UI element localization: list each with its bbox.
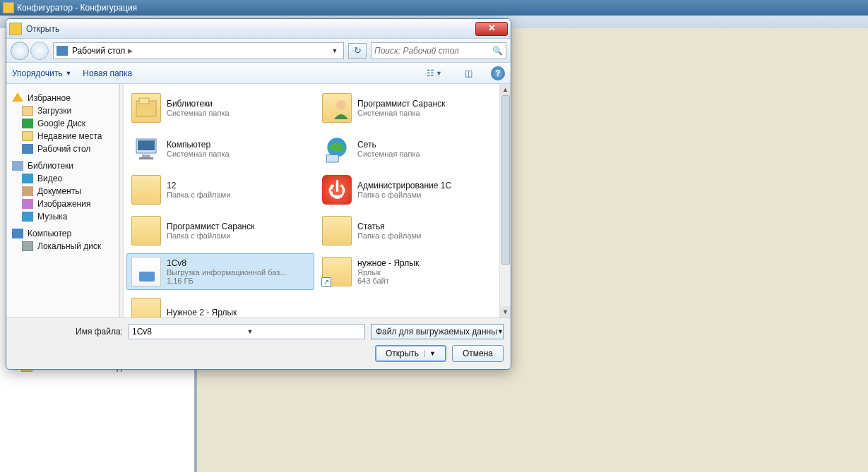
- file-name: Сеть: [357, 140, 420, 150]
- scroll-up-icon[interactable]: ▲: [500, 84, 511, 95]
- scrollbar[interactable]: ▲ ▼: [499, 84, 511, 317]
- svg-rect-6: [139, 157, 153, 159]
- file-item[interactable]: 1Cv8Выгрузка информационной баз...1,16 Г…: [126, 253, 314, 290]
- file-item[interactable]: ⏻Администрирование 1СПапка с файлами: [317, 171, 505, 208]
- svg-point-2: [336, 100, 346, 110]
- file-name: нужное - Ярлык: [357, 258, 419, 268]
- chevron-down-icon: ▼: [65, 70, 71, 77]
- nav-item-gdrive[interactable]: Google Диск: [6, 117, 119, 130]
- file-item[interactable]: ↗Нужное 2 - Ярлык: [126, 294, 314, 317]
- view-mode-button[interactable]: ☷ ▼: [423, 66, 446, 81]
- nav-item-local-disk[interactable]: Локальный диск: [6, 240, 119, 253]
- file-item[interactable]: 12Папка с файлами: [126, 171, 314, 208]
- navigation-pane[interactable]: Избранное Загрузки Google Диск Недавние …: [6, 84, 119, 317]
- file-item[interactable]: БиблиотекиСистемная папка: [126, 90, 314, 126]
- app-icon: [3, 2, 14, 13]
- file-subtitle: Папка с файлами: [167, 190, 230, 199]
- file-subtitle: Выгрузка информационной баз...: [167, 268, 287, 277]
- file-name: Статья: [357, 222, 421, 231]
- app-titlebar: Конфигуратор - Конфигурация: [0, 0, 868, 16]
- file-name: Нужное 2 - Ярлык: [167, 308, 237, 317]
- file-subtitle: Папка с файлами: [357, 190, 451, 199]
- file-subtitle: Ярлык: [357, 268, 419, 277]
- organize-menu[interactable]: Упорядочить ▼: [12, 68, 71, 78]
- nav-item-video[interactable]: Видео: [6, 172, 119, 185]
- filename-label: Имя файла:: [76, 327, 123, 337]
- nav-item-desktop[interactable]: Рабочий стол: [6, 143, 119, 155]
- dialog-footer: Имя файла: 1Cv8 ▼ Файл для выгружаемых д…: [6, 317, 511, 369]
- svg-rect-1: [139, 98, 149, 104]
- nav-item-music[interactable]: Музыка: [6, 210, 119, 223]
- pictures-icon: [22, 199, 33, 209]
- nav-item-recent[interactable]: Недавние места: [6, 130, 119, 143]
- cancel-button[interactable]: Отмена: [452, 345, 504, 362]
- file-item[interactable]: Программист СаранскПапка с файлами: [126, 212, 314, 249]
- forward-button[interactable]: [30, 42, 49, 60]
- chevron-down-icon[interactable]: ▼: [246, 328, 362, 335]
- open-dialog: Открыть ✕ Рабочий стол ▶ ▼ ↻ 🔍 Упорядочи…: [6, 18, 511, 370]
- file-name: Программист Саранск: [167, 222, 254, 231]
- back-button[interactable]: [11, 42, 29, 60]
- nav-item-downloads[interactable]: Загрузки: [6, 104, 119, 117]
- chevron-down-icon: ▼: [497, 328, 504, 335]
- nav-item-pictures[interactable]: Изображения: [6, 198, 119, 210]
- nav-item-documents[interactable]: Документы: [6, 185, 119, 198]
- search-input[interactable]: [374, 46, 492, 56]
- file-item[interactable]: ↗нужное - ЯрлыкЯрлык643 байт: [317, 253, 505, 290]
- scroll-thumb[interactable]: [501, 95, 510, 265]
- file-name: Программист Саранск: [357, 99, 445, 109]
- gdrive-icon: [22, 119, 33, 128]
- desktop-icon: [57, 46, 68, 56]
- address-bar: Рабочий стол ▶ ▼ ↻ 🔍: [6, 39, 511, 63]
- help-button[interactable]: ?: [491, 66, 505, 80]
- close-button[interactable]: ✕: [475, 22, 508, 36]
- file-subtitle: Папка с файлами: [167, 231, 254, 240]
- nav-group-favorites[interactable]: Избранное: [6, 91, 119, 104]
- filetype-select[interactable]: Файл для выгружаемых данны ▼: [371, 324, 504, 339]
- svg-rect-5: [142, 155, 150, 157]
- file-item[interactable]: СтатьяПапка с файлами: [317, 212, 505, 249]
- recent-icon: [22, 131, 33, 141]
- file-subtitle: Системная папка: [357, 109, 445, 117]
- refresh-button[interactable]: ↻: [348, 43, 367, 59]
- folder-icon: [22, 106, 33, 116]
- dialog-title: Открыть: [26, 24, 475, 34]
- file-name: Администрирование 1С: [357, 181, 451, 190]
- nav-group-libraries[interactable]: Библиотеки: [6, 159, 119, 172]
- file-name: 12: [167, 181, 230, 190]
- file-name: Библиотеки: [167, 99, 230, 109]
- preview-pane-button[interactable]: ◫: [457, 66, 480, 81]
- libraries-icon: [12, 161, 23, 171]
- nav-group-computer[interactable]: Компьютер: [6, 227, 119, 240]
- open-button[interactable]: Открыть ▼: [375, 345, 446, 362]
- breadcrumb-path[interactable]: Рабочий стол ▶ ▼: [53, 42, 344, 59]
- file-subtitle: Системная папка: [167, 109, 230, 117]
- file-subtitle: Папка с файлами: [357, 231, 421, 240]
- filename-input[interactable]: 1Cv8 ▼: [129, 324, 365, 339]
- dialog-icon: [9, 23, 22, 35]
- dialog-titlebar[interactable]: Открыть ✕: [6, 19, 511, 39]
- file-name: Компьютер: [167, 140, 230, 150]
- svg-rect-8: [326, 155, 338, 162]
- new-folder-button[interactable]: Новая папка: [83, 68, 132, 78]
- file-list[interactable]: БиблиотекиСистемная папкаПрограммист Сар…: [124, 84, 511, 317]
- breadcrumb-segment[interactable]: Рабочий стол: [72, 46, 125, 56]
- disk-icon: [22, 241, 33, 251]
- file-subtitle2: 1,16 ГБ: [167, 277, 287, 285]
- file-name: 1Cv8: [167, 258, 287, 268]
- chevron-right-icon[interactable]: ▶: [128, 47, 133, 54]
- chevron-down-icon[interactable]: ▼: [329, 47, 340, 54]
- search-box[interactable]: 🔍: [371, 42, 506, 59]
- file-item[interactable]: СетьСистемная папка: [317, 131, 505, 167]
- file-subtitle: Системная папка: [167, 150, 230, 158]
- computer-icon: [12, 229, 23, 238]
- music-icon: [22, 212, 33, 222]
- file-item[interactable]: КомпьютерСистемная папка: [126, 131, 314, 167]
- file-item[interactable]: Программист СаранскСистемная папка: [317, 90, 505, 126]
- scroll-down-icon[interactable]: ▼: [500, 306, 511, 317]
- video-icon: [22, 174, 33, 183]
- svg-rect-4: [138, 140, 155, 150]
- toolbar: Упорядочить ▼ Новая папка ☷ ▼ ◫ ?: [6, 63, 511, 84]
- chevron-down-icon[interactable]: ▼: [424, 350, 436, 357]
- search-icon[interactable]: 🔍: [492, 46, 503, 56]
